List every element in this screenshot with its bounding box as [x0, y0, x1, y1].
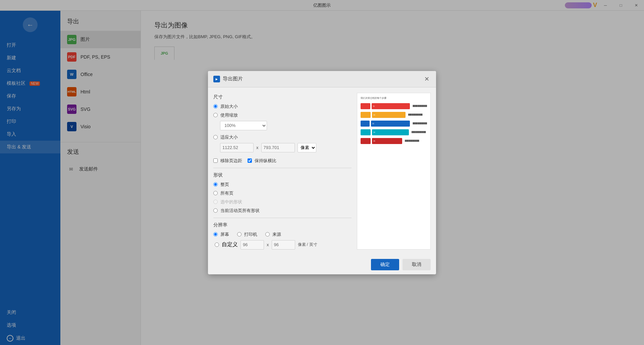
keep-ratio-row: 保持纵横比: [248, 158, 276, 164]
whole-page-radio[interactable]: [213, 182, 218, 187]
custom-resolution-radio[interactable]: [215, 243, 219, 247]
modal-title: 导出图片: [223, 76, 243, 82]
keep-ratio-checkbox[interactable]: [248, 158, 252, 163]
all-pages-row: 所有页: [213, 190, 352, 196]
res-unit-label: 像素 / 英寸: [298, 242, 317, 248]
margin-ratio-row: 移除页边距 保持纵横比: [213, 158, 352, 164]
row1-desc: ████████████: [413, 105, 427, 107]
source-radio[interactable]: [265, 232, 270, 236]
size-section-title: 尺寸: [213, 94, 352, 100]
preview-row-3: 03 ████████████: [361, 120, 427, 127]
preview-row-2: 02 ████████████: [361, 111, 427, 119]
width-input[interactable]: [220, 143, 254, 152]
all-pages-radio[interactable]: [213, 191, 218, 195]
whole-page-row: 整页: [213, 182, 352, 188]
shape-radio-group: 整页 所有页 选中的形状 当前活动页所有形状: [213, 182, 352, 214]
modal-overlay: ► 导出图片 ✕ 尺寸 原始大小 使用缩放: [0, 0, 644, 345]
printer-label: 打印机: [244, 231, 257, 237]
row2-label: [361, 112, 371, 118]
preview-row-1: 01 ████████████: [361, 102, 427, 110]
screen-radio[interactable]: [213, 232, 218, 236]
current-active-radio[interactable]: [213, 208, 218, 213]
modal-title-row: ► 导出图片: [213, 76, 243, 82]
shape-section-title: 形状: [213, 172, 352, 178]
selected-shapes-label: 选中的形状: [220, 199, 242, 205]
whole-page-label: 整页: [220, 182, 229, 188]
unit-select[interactable]: 像素: [298, 143, 316, 152]
row5-bar: 05: [372, 138, 402, 144]
keep-ratio-label: 保持纵横比: [255, 158, 276, 164]
resolution-section-title: 分辨率: [213, 222, 352, 228]
current-active-row: 当前活动页所有形状: [213, 208, 352, 214]
original-size-radio[interactable]: [213, 104, 218, 109]
export-image-modal: ► 导出图片 ✕ 尺寸 原始大小 使用缩放: [208, 71, 436, 274]
custom-resolution-row: 自定义 x 像素 / 英寸: [215, 240, 352, 250]
row4-label: [361, 129, 371, 135]
custom-resolution-label: 自定义: [222, 241, 238, 248]
scale-label: 使用缩放: [220, 112, 238, 118]
row3-label: [361, 121, 370, 127]
height-input[interactable]: [261, 143, 295, 152]
remove-margin-checkbox[interactable]: [213, 158, 218, 163]
row1-label: [361, 103, 370, 109]
custom-res-input2[interactable]: [272, 240, 295, 250]
scale-row: 使用缩放: [213, 112, 352, 118]
modal-header-icon: ►: [213, 76, 220, 82]
row5-label: [361, 138, 371, 144]
selected-shapes-row: 选中的形状: [213, 199, 352, 205]
preview-panel: 我们决策过程的每个步骤 01 ████████████ 02: [357, 93, 431, 250]
source-radio-row: 来源: [265, 231, 281, 237]
current-active-label: 当前活动页所有形状: [220, 208, 260, 214]
resolution-radio-row: 屏幕 打印机 来源: [213, 231, 352, 237]
x-label-size: x: [256, 145, 259, 150]
fit-size-radio[interactable]: [213, 135, 218, 139]
row5-desc: ████████████: [405, 140, 427, 142]
row2-desc: ████████████: [408, 114, 427, 116]
fit-size-row: 适应大小: [213, 134, 352, 140]
remove-margin-label: 移除页边距: [220, 158, 242, 164]
remove-margin-row: 移除页边距: [213, 158, 242, 164]
dimensions-input-row: x 像素: [220, 143, 352, 152]
source-label: 来源: [272, 231, 281, 237]
divider-1: [213, 168, 352, 168]
size-radio-group: 原始大小 使用缩放 100% 适应大小: [213, 104, 352, 154]
row3-desc: ████████████: [413, 122, 427, 125]
scale-radio[interactable]: [213, 113, 218, 117]
modal-footer: 确定 取消: [208, 255, 436, 274]
modal-form: 尺寸 原始大小 使用缩放 100%: [213, 93, 357, 250]
screen-label: 屏幕: [220, 231, 229, 237]
custom-res-input1[interactable]: [240, 240, 264, 250]
row4-desc: ████████████: [412, 131, 427, 133]
printer-radio-row: 打印机: [237, 231, 257, 237]
scale-input-row: 100%: [220, 121, 352, 130]
fit-size-label: 适应大小: [220, 134, 238, 140]
modal-body: 尺寸 原始大小 使用缩放 100%: [208, 87, 436, 255]
divider-2: [213, 218, 352, 218]
screen-radio-row: 屏幕: [213, 231, 229, 237]
original-size-label: 原始大小: [220, 104, 238, 110]
modal-header: ► 导出图片 ✕: [208, 71, 436, 87]
scale-select[interactable]: 100%: [220, 121, 267, 130]
row3-bar: 03: [371, 121, 410, 127]
printer-radio[interactable]: [237, 232, 241, 236]
preview-row-5: 05 ████████████: [361, 137, 427, 145]
original-size-row: 原始大小: [213, 104, 352, 110]
row4-bar: 04: [372, 129, 409, 135]
preview-title: 我们决策过程的每个步骤: [361, 96, 427, 100]
row2-bar: 02: [372, 112, 406, 118]
selected-shapes-radio: [213, 200, 218, 204]
preview-row-4: 04 ████████████: [361, 129, 427, 136]
preview-chart: 我们决策过程的每个步骤 01 ████████████ 02: [357, 93, 430, 249]
all-pages-label: 所有页: [220, 190, 233, 196]
confirm-button[interactable]: 确定: [371, 259, 399, 270]
modal-close-button[interactable]: ✕: [423, 75, 431, 83]
cancel-button[interactable]: 取消: [402, 259, 431, 270]
row1-bar: 01: [372, 103, 410, 109]
x-label-res: x: [267, 242, 269, 247]
